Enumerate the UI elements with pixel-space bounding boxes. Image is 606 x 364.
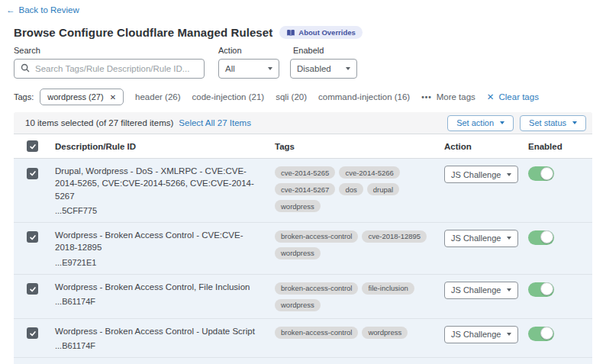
tag-filter-item[interactable]: command-injection (16) [318,92,410,101]
set-action-button[interactable]: Set action [447,115,514,131]
tag-chip: cve-2014-5266 [339,166,399,179]
chevron-down-icon [507,333,511,336]
toggle-knob [540,230,553,243]
rule-id: ...5CFF775 [55,206,264,215]
search-filter: Search [14,46,205,79]
chevron-down-icon [507,173,511,176]
enabled-label: Enabeld [293,46,357,55]
action-filter: Action All [218,46,279,79]
badge-label: About Overrides [298,28,355,37]
table-header: Description/Rule ID Tags Action Enabled [14,134,592,159]
rule-tags: broken-access-controlcve-2018-12895wordp… [275,229,444,259]
tag-chip: broken-access-control [275,282,358,295]
more-tags-button[interactable]: ••• More tags [421,92,475,101]
search-label: Search [14,46,205,55]
row-checkbox[interactable] [27,283,38,295]
back-link[interactable]: ← Back to Review [6,5,79,14]
toggle-knob [540,327,553,340]
action-select[interactable]: JS Challenge [444,282,518,299]
set-status-button[interactable]: Set status [520,115,586,131]
about-overrides-badge[interactable]: About Overrides [279,26,362,39]
table-row: Wordpress - Broken Access Control - Upda… [14,319,592,358]
book-icon [286,29,295,37]
enabled-filter: Enabeld Disabled [293,46,357,79]
rule-id: ...E9721E1 [55,258,264,267]
table-row: Drupal, Wordpress - DoS - XMLRPC - CVE:C… [14,159,592,223]
toggle-knob [540,167,553,180]
chevron-down-icon [268,67,272,70]
table-row: Wordpress - Code Injection, File Inclusi… [14,358,592,364]
back-link-label: Back to Review [19,5,79,14]
chevron-down-icon [572,121,577,124]
search-icon [21,62,30,76]
selected-tag-wordpress[interactable]: wordpress (27) ✕ [40,89,124,105]
chevron-down-icon [507,288,511,292]
remove-tag-icon[interactable]: ✕ [110,93,116,101]
enabled-toggle[interactable] [528,166,554,181]
clear-icon: ✕ [487,92,495,102]
column-enabled: Enabled [528,142,592,151]
tag-chip: cve-2018-12895 [362,230,427,243]
action-select-value: JS Challenge [451,170,501,179]
action-select-value: JS Challenge [451,234,501,243]
select-all-checkbox[interactable] [27,140,38,152]
chevron-down-icon [500,121,504,124]
page-title: Browse Configure Cloudflare Managed Rule… [14,26,272,39]
action-select[interactable]: JS Challenge [444,326,518,343]
tag-filter-item[interactable]: sqli (20) [276,92,307,101]
action-select-value: JS Challenge [451,330,501,339]
column-description: Description/Rule ID [55,142,275,151]
action-select-value: JS Challenge [451,285,501,295]
action-value: All [225,64,235,73]
tag-chip: wordpress [275,200,321,212]
enabled-toggle[interactable] [528,230,554,245]
enabled-toggle[interactable] [528,282,554,297]
tag-filter-item[interactable]: code-injection (21) [192,92,265,101]
action-dropdown[interactable]: All [218,59,279,79]
back-arrow-icon: ← [6,5,15,14]
tag-chip: broken-access-control [275,230,358,243]
selection-summary: 10 items selected (of 27 filtered items) [25,118,173,127]
rule-description: Wordpress - Broken Access Control - Upda… [55,325,264,337]
tag-chip: wordpress [362,327,408,339]
tag-chip: wordpress [275,299,321,311]
tag-filter-item[interactable]: header (26) [135,92,180,101]
table-body: Drupal, Wordpress - DoS - XMLRPC - CVE:C… [14,159,592,364]
enabled-value: Disabled [297,64,331,73]
more-tags-label: More tags [437,92,475,101]
table-row: Wordpress - Broken Access Control, File … [14,275,592,319]
tags-label: Tags: [14,92,34,101]
row-checkbox[interactable] [27,327,38,339]
tag-list: header (26)code-injection (21)sqli (20)c… [135,92,410,101]
rule-id: ...B61174F [55,297,264,306]
enabled-dropdown[interactable]: Disabled [290,59,357,79]
selection-bar: 10 items selected (of 27 filtered items)… [14,112,592,134]
search-input[interactable] [35,64,198,73]
clear-tags-label: Clear tags [499,92,539,101]
rule-tags: cve-2014-5265cve-2014-5266cve-2014-5267d… [275,165,444,212]
set-status-label: Set status [529,118,566,127]
select-all-link[interactable]: Select All 27 Items [179,118,251,127]
table-row: Wordpress - Broken Access Control - CVE:… [14,223,592,275]
ellipsis-icon: ••• [421,93,432,101]
tag-chip: broken-access-control [275,327,358,339]
row-checkbox[interactable] [27,231,38,243]
selected-tag-label: wordpress (27) [47,92,103,101]
action-select[interactable]: JS Challenge [444,166,518,183]
column-action: Action [444,142,528,151]
column-tags: Tags [275,142,444,151]
toggle-knob [540,282,553,295]
enabled-toggle[interactable] [528,327,554,341]
set-action-label: Set action [456,118,494,127]
rule-tags: broken-access-controlfile-inclusionwordp… [275,281,444,311]
rule-tags: broken-access-controlwordpress [275,325,444,339]
action-label: Action [218,46,279,55]
tag-chip: cve-2014-5265 [275,166,335,179]
clear-tags-button[interactable]: ✕ Clear tags [487,92,539,102]
rule-description: Wordpress - Broken Access Control - CVE:… [55,229,264,254]
chevron-down-icon [507,237,511,240]
rule-description: Drupal, Wordpress - DoS - XMLRPC - CVE:C… [55,165,264,202]
tag-chip: file-inclusion [362,282,414,295]
row-checkbox[interactable] [27,168,38,179]
action-select[interactable]: JS Challenge [444,230,518,247]
